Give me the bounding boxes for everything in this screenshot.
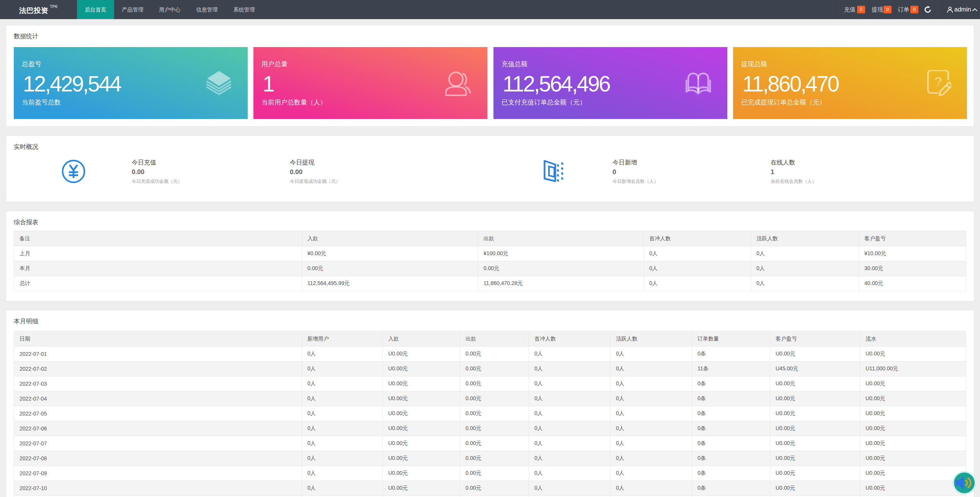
svg-text:?: ? [935, 74, 942, 89]
